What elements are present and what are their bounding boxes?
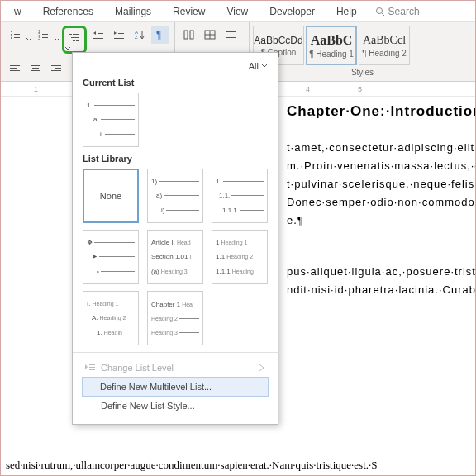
decrease-indent-button[interactable]: [89, 26, 107, 44]
list-preview[interactable]: Chapter 1Hea Heading 2 Heading 3: [147, 291, 203, 345]
svg-rect-38: [55, 68, 61, 69]
tab-developer[interactable]: Developer: [259, 2, 325, 21]
list-preview-none[interactable]: None: [83, 169, 139, 223]
style-heading1[interactable]: AaBbC ¶ Heading 1: [306, 26, 357, 65]
svg-rect-27: [114, 38, 124, 39]
define-new-multilevel-list[interactable]: Define New Multilevel List...: [82, 377, 269, 397]
search-placeholder: Search: [388, 6, 420, 17]
style-heading2[interactable]: AaBbCcl ¶ Heading 2: [359, 26, 410, 65]
chevron-down-icon: [261, 64, 268, 69]
svg-rect-45: [205, 31, 215, 39]
tab-mailings[interactable]: Mailings: [105, 2, 161, 21]
svg-rect-24: [118, 31, 124, 31]
svg-text:1: 1: [38, 29, 40, 34]
list-preview[interactable]: ❖ ➤ •: [83, 230, 139, 284]
body-text: sed·nisi·rutrum,·ullamcorper·augue·condi…: [6, 459, 470, 472]
style-sample: AaBbCcl: [363, 34, 406, 47]
svg-rect-32: [10, 68, 17, 69]
align-center-button[interactable]: [26, 60, 45, 78]
tab-review[interactable]: Review: [163, 2, 215, 21]
align-right-button[interactable]: [47, 60, 65, 78]
svg-rect-51: [89, 367, 95, 368]
svg-text:¶: ¶: [156, 29, 161, 40]
svg-rect-14: [69, 34, 72, 35]
list-preview[interactable]: I.Heading 1 A.Heading 2 1.Headin: [83, 291, 139, 345]
show-hide-button[interactable]: ¶: [151, 26, 169, 44]
svg-rect-22: [93, 36, 103, 36]
sort-button[interactable]: AZ: [131, 26, 149, 44]
list-preview-current[interactable]: 1. a. i.: [83, 93, 139, 147]
ruler-mark: 1: [34, 85, 38, 93]
body-text: t·amet,·consectetur·adipiscing·elit.·Fus: [287, 139, 470, 157]
svg-rect-52: [89, 369, 95, 370]
list-preview[interactable]: 1 Heading 1 1.1 Heading 2 1.1.1 Heading: [212, 230, 268, 284]
body-text: m.·Proin·venenatis·massa·lectus,·quis·t: [287, 157, 470, 175]
tab-references[interactable]: References: [33, 2, 103, 21]
body-text: ndit·nisi·id·pharetra·lacinia.·Curabitur…: [287, 281, 470, 299]
svg-rect-49: [226, 37, 236, 38]
spacing-icon[interactable]: [221, 26, 240, 44]
multilevel-list-button[interactable]: [65, 29, 83, 47]
svg-rect-19: [76, 40, 79, 41]
svg-rect-13: [42, 37, 48, 38]
svg-rect-44: [190, 31, 193, 39]
list-preview[interactable]: 1. 1.1. 1.1.1.: [212, 169, 268, 223]
body-text: t·pulvinar·scelerisque,·neque·felis·volu: [287, 175, 470, 193]
svg-rect-34: [31, 65, 40, 66]
svg-text:A: A: [135, 30, 138, 35]
multilevel-list-dropdown: All Current List 1. a. i. List Library N…: [72, 52, 278, 425]
svg-text:2: 2: [38, 32, 40, 37]
svg-rect-15: [73, 34, 79, 35]
search-input[interactable]: Search: [375, 6, 420, 17]
ruler-mark: 4: [306, 85, 310, 93]
chevron-down-icon[interactable]: [55, 26, 60, 54]
svg-rect-50: [89, 364, 95, 365]
change-list-level: Change List Level: [83, 358, 268, 378]
section-list-library: List Library: [83, 154, 268, 164]
svg-line-1: [382, 13, 384, 16]
svg-rect-23: [93, 38, 103, 39]
indent-icon: [84, 362, 96, 374]
body-text: pus·aliquet·ligula·ac,·posuere·tristique: [287, 263, 470, 281]
align-left-button[interactable]: [6, 60, 24, 78]
table-icon[interactable]: [201, 26, 219, 44]
svg-rect-31: [10, 65, 20, 66]
svg-rect-48: [226, 31, 236, 32]
svg-rect-16: [71, 37, 74, 38]
document-body[interactable]: Chapter·One:·Introduction¶ t·amet,·conse…: [282, 100, 475, 300]
style-label: ¶ Heading 2: [362, 49, 407, 58]
all-filter[interactable]: All: [249, 61, 259, 71]
tab-view[interactable]: View: [217, 2, 258, 21]
body-text: Donec·semper·odio·non·commodo·feug: [287, 193, 470, 212]
svg-point-0: [376, 7, 382, 13]
columns-icon[interactable]: [180, 26, 198, 44]
svg-point-6: [11, 37, 12, 39]
styles-group: AaBbCcDd ¶ Caption AaBbC ¶ Heading 1 AaB…: [250, 22, 475, 81]
list-preview[interactable]: Article I.Head Section 1.01i (a)Heading …: [147, 230, 203, 284]
heading-text: Chapter·One:·Introduction¶: [287, 100, 470, 124]
chevron-down-icon[interactable]: [65, 47, 70, 50]
svg-rect-26: [114, 36, 124, 36]
svg-rect-35: [32, 68, 39, 69]
section-current-list: Current List: [83, 78, 268, 88]
increase-indent-button[interactable]: [110, 26, 128, 44]
svg-rect-11: [42, 34, 48, 35]
ruler-mark: 5: [358, 85, 362, 93]
svg-rect-33: [10, 70, 20, 71]
bullets-button[interactable]: [6, 26, 24, 44]
svg-point-2: [11, 31, 12, 32]
list-preview[interactable]: 1) a) i): [147, 169, 203, 223]
tab-help[interactable]: Help: [326, 2, 367, 21]
style-label: ¶ Heading 1: [309, 50, 354, 59]
svg-rect-43: [184, 31, 188, 39]
svg-rect-37: [51, 65, 61, 66]
svg-rect-3: [14, 31, 20, 31]
chevron-down-icon[interactable]: [26, 26, 31, 54]
svg-rect-25: [118, 33, 124, 34]
tab-draw[interactable]: w: [4, 2, 31, 21]
define-new-list-style[interactable]: Define New List Style...: [83, 396, 268, 416]
numbering-button[interactable]: 123: [34, 26, 52, 44]
svg-rect-7: [14, 37, 20, 38]
style-sample: AaBbCcDd: [254, 35, 302, 46]
svg-rect-9: [42, 31, 48, 31]
